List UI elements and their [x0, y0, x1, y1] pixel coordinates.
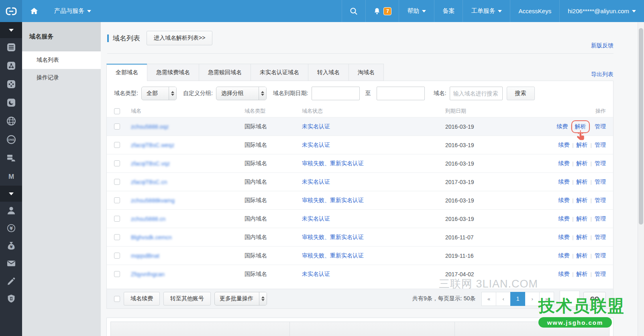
resolve-link[interactable]: 解析	[577, 178, 588, 185]
tab-redeem-urgent[interactable]: 急需赎回域名	[199, 64, 251, 81]
home-button[interactable]	[22, 0, 46, 22]
renew-link[interactable]: 续费	[558, 215, 569, 222]
sidebar-collapse-bottom[interactable]	[0, 186, 22, 202]
domain-link[interactable]: zchsu5888kvamg	[131, 197, 175, 204]
domain-link[interactable]: zfacqiTBsC.weqz	[131, 142, 174, 148]
sidebar-item-messages[interactable]	[0, 255, 22, 272]
row-checkbox[interactable]	[114, 234, 120, 240]
status-link[interactable]: 未实名认证	[302, 271, 330, 277]
notifications-button[interactable]: 7	[365, 0, 399, 22]
row-checkbox[interactable]	[114, 123, 120, 130]
resolve-link[interactable]: 解析	[575, 123, 586, 130]
domain-link[interactable]: zchsu5888.oqz	[131, 123, 169, 130]
aliyun-logo[interactable]	[0, 0, 22, 22]
tab-not-verified[interactable]: 未实名认证域名	[251, 64, 308, 81]
domain-link[interactable]: Zfqyvnfngcan	[131, 271, 165, 277]
resolve-link[interactable]: 解析	[577, 215, 588, 222]
manage-link[interactable]: 管理	[595, 234, 606, 240]
manage-link[interactable]: 管理	[595, 252, 606, 259]
sidebar-collapse-top[interactable]	[0, 22, 22, 38]
first-page-button[interactable]: «	[481, 292, 496, 306]
ticket-service-menu[interactable]: 工单服务	[463, 0, 510, 22]
expire-date-from-input[interactable]	[312, 87, 360, 100]
manage-link[interactable]: 管理	[595, 178, 606, 185]
resolve-link[interactable]: 解析	[577, 197, 588, 203]
sidebar-item-slb[interactable]	[0, 57, 22, 75]
export-list-link[interactable]: 导出列表	[591, 71, 613, 78]
sidebar-item-domain-globe[interactable]	[0, 112, 22, 130]
row-checkbox[interactable]	[114, 271, 120, 277]
manage-link[interactable]: 管理	[595, 271, 606, 277]
status-link[interactable]: 未实名认证	[302, 178, 330, 185]
expire-date-to-input[interactable]	[377, 87, 425, 100]
status-link[interactable]: 审核失败、重新实名认证	[302, 197, 364, 203]
current-page-button[interactable]: 1	[510, 292, 525, 306]
domain-link[interactable]: zfacqiTBsC.vqz	[131, 160, 170, 167]
resolve-link[interactable]: 解析	[577, 234, 588, 240]
row-checkbox[interactable]	[114, 179, 120, 185]
renew-link[interactable]: 续费	[558, 252, 569, 259]
sidebar-item-funds[interactable]: ¥	[0, 237, 22, 255]
accesskeys-link[interactable]: AccessKeys	[510, 0, 559, 22]
more-batch-operations-select[interactable]: 更多批量操作	[214, 292, 267, 306]
row-checkbox[interactable]	[114, 216, 120, 222]
custom-group-select[interactable]: 选择分组	[216, 87, 267, 100]
sidebar-item-dns[interactable]: DNS	[0, 130, 22, 149]
resolve-link[interactable]: 解析	[577, 142, 588, 148]
tab-tao-domains[interactable]: 淘域名	[348, 64, 384, 81]
page-scrollbar[interactable]	[638, 22, 644, 336]
row-checkbox[interactable]	[114, 142, 120, 148]
domain-search-input[interactable]	[450, 87, 503, 100]
sidebar-item-m-service[interactable]: M	[0, 167, 22, 186]
resolve-link[interactable]: 解析	[577, 271, 588, 277]
renew-link[interactable]: 续费	[558, 271, 569, 277]
manage-link[interactable]: 管理	[595, 215, 606, 222]
domain-link[interactable]: zfacqiTBsC.cn	[131, 179, 167, 185]
row-checkbox[interactable]	[114, 253, 120, 259]
search-button[interactable]: 搜索	[507, 87, 535, 100]
row-checkbox[interactable]	[114, 160, 120, 166]
resolve-link[interactable]: 解析	[577, 160, 588, 166]
beian-link[interactable]: 备案	[434, 0, 463, 22]
manage-link[interactable]: 管理	[595, 160, 606, 166]
domain-link[interactable]: mqqsdBnat	[131, 253, 159, 259]
sidebar-item-operation-log[interactable]: 操作记录	[22, 69, 101, 87]
search-button[interactable]	[342, 0, 365, 22]
domain-type-select[interactable]: 全部	[141, 87, 177, 100]
renew-link[interactable]: 续费	[558, 142, 569, 148]
row-checkbox[interactable]	[114, 197, 120, 203]
renew-link[interactable]: 续费	[558, 197, 569, 203]
sidebar-item-security[interactable]	[0, 290, 22, 308]
batch-renew-button[interactable]: 域名续费	[124, 292, 160, 306]
status-link[interactable]: 审核失败、重新实名认证	[302, 234, 364, 240]
sidebar-item-account[interactable]	[0, 202, 22, 219]
new-version-feedback-link[interactable]: 新版反馈	[591, 42, 613, 49]
status-link[interactable]: 未实名认证	[302, 123, 330, 130]
sidebar-item-ecs[interactable]	[0, 38, 22, 57]
help-menu[interactable]: 帮助	[399, 0, 434, 22]
status-link[interactable]: 审核失败、重新实名认证	[302, 160, 364, 166]
tab-all-domains[interactable]: 全部域名	[106, 64, 147, 81]
domain-link[interactable]: Blghvsdk.cemcn	[131, 234, 172, 241]
manage-link[interactable]: 管理	[595, 123, 606, 130]
renew-link[interactable]: 续费	[558, 234, 569, 240]
renew-link[interactable]: 续费	[558, 160, 569, 166]
batch-transfer-button[interactable]: 转至其他账号	[163, 292, 211, 306]
manage-link[interactable]: 管理	[595, 142, 606, 148]
products-services-menu[interactable]: 产品与服务	[46, 0, 99, 22]
sidebar-item-storage[interactable]	[0, 149, 22, 167]
scrollbar-thumb[interactable]	[639, 28, 643, 225]
select-all-checkbox[interactable]	[114, 108, 120, 114]
status-link[interactable]: 审核失败、重新实名认证	[302, 252, 364, 259]
sidebar-item-billing[interactable]: ¥	[0, 219, 22, 237]
batch-select-checkbox[interactable]	[114, 296, 120, 302]
sidebar-item-rds[interactable]	[0, 75, 22, 93]
renew-link[interactable]: 续费	[556, 123, 568, 130]
domain-link[interactable]: zchsu5888.cn	[131, 216, 165, 222]
manage-link[interactable]: 管理	[595, 197, 606, 203]
sidebar-item-cdn[interactable]	[0, 93, 22, 112]
user-account-menu[interactable]: hi206*****@aliyun.com	[559, 0, 644, 22]
next-page-button[interactable]: ›	[525, 292, 540, 306]
renew-link[interactable]: 续费	[558, 178, 569, 185]
tab-transfer-in[interactable]: 转入域名	[308, 64, 349, 81]
